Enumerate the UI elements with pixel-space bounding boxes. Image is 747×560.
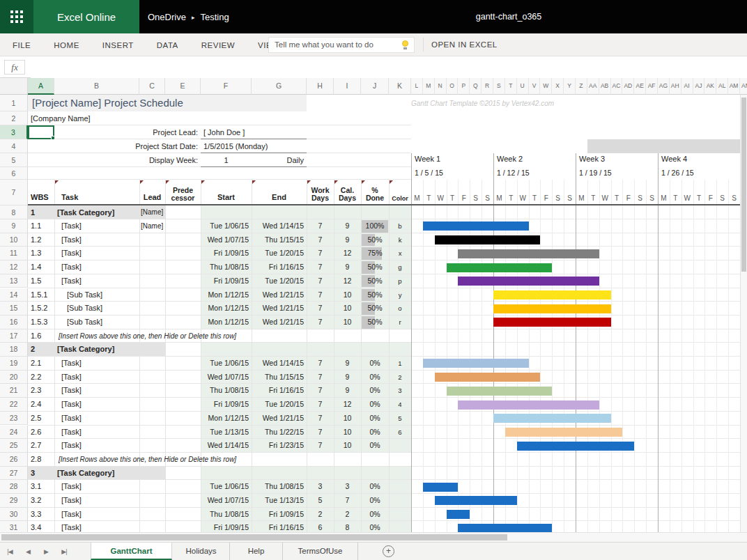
cell-end-r20[interactable]: Thu 1/15/15 (253, 371, 304, 384)
cell-task-r28[interactable]: [Task] (61, 480, 145, 494)
cell-done-r19[interactable]: 0% (361, 357, 389, 371)
cell-wbs-r16[interactable]: 1.5.3 (31, 316, 59, 329)
cell-done-r23[interactable]: 0% (361, 412, 389, 426)
column-header-AG[interactable]: AG (658, 78, 670, 95)
cell-done-r16[interactable]: 50% (361, 316, 389, 329)
column-header-AC[interactable]: AC (611, 78, 623, 95)
add-sheet-button[interactable]: + (383, 545, 394, 557)
cell-workdays-r28[interactable]: 3 (307, 480, 334, 494)
ribbon-tab-insert[interactable]: INSERT (102, 41, 134, 49)
cell-caldays-r9[interactable]: 9 (334, 219, 361, 233)
column-header-AN[interactable]: AN (740, 78, 747, 95)
column-header-H[interactable]: H (307, 78, 334, 95)
row-header-12[interactable]: 12 (0, 260, 28, 274)
row-header-21[interactable]: 21 (0, 384, 28, 398)
column-header-AD[interactable]: AD (622, 78, 634, 95)
meta-value-0[interactable]: [ John Doe ] (203, 125, 315, 139)
column-header-AF[interactable]: AF (646, 78, 658, 95)
cell-start-r15[interactable]: Mon 1/12/15 (202, 302, 249, 316)
row-header-26[interactable]: 26 (0, 453, 28, 467)
cell-color-code-r20[interactable]: 2 (389, 371, 411, 384)
row-header-11[interactable]: 11 (0, 247, 28, 260)
document-title[interactable]: gantt-chart_o365 (439, 0, 578, 33)
column-header-P[interactable]: P (458, 78, 470, 95)
cell-end-r9[interactable]: Wed 1/14/15 (253, 219, 304, 233)
column-header-G[interactable]: G (252, 78, 307, 95)
next-sheet-button[interactable]: ▶ (39, 543, 53, 560)
cell-color-code-r9[interactable]: b (389, 219, 411, 233)
cell-caldays-r23[interactable]: 10 (334, 412, 361, 426)
column-header-E[interactable]: E (165, 78, 201, 95)
row-header-19[interactable]: 19 (0, 357, 28, 371)
row-header-10[interactable]: 10 (0, 233, 28, 247)
cell-workdays-r25[interactable]: 7 (307, 439, 334, 453)
cell-wbs-r17[interactable]: 1.6 (31, 329, 59, 343)
cell-wbs-r10[interactable]: 1.2 (31, 233, 59, 247)
cell-caldays-r28[interactable]: 3 (334, 480, 361, 494)
cell-workdays-r22[interactable]: 7 (307, 398, 334, 412)
cell-workdays-r11[interactable]: 7 (307, 247, 334, 260)
cell-end-r15[interactable]: Wed 1/21/15 (253, 302, 304, 316)
column-header-AL[interactable]: AL (716, 78, 728, 95)
cell-caldays-r31[interactable]: 8 (334, 521, 361, 532)
row-header-25[interactable]: 25 (0, 439, 28, 453)
cell-wbs-r26[interactable]: 2.8 (31, 453, 59, 467)
prev-sheet-button[interactable]: ◀ (21, 543, 35, 560)
worksheet-grid[interactable]: 1234567891011121314151617181920212223242… (0, 95, 747, 532)
cell-color-code-r21[interactable]: 3 (389, 384, 411, 398)
cell-wbs-r18[interactable]: 2 (31, 343, 59, 357)
cell-caldays-r21[interactable]: 9 (334, 384, 361, 398)
ribbon-tab-review[interactable]: REVIEW (201, 41, 235, 49)
column-header-AI[interactable]: AI (681, 78, 693, 95)
cell-caldays-r14[interactable]: 10 (334, 288, 361, 302)
cell-color-code-r12[interactable]: g (389, 260, 411, 274)
last-sheet-button[interactable]: ▶| (57, 543, 71, 560)
cell-task-r31[interactable]: [Task] (61, 521, 145, 532)
formula-bar-input[interactable] (31, 56, 747, 78)
row-header-31[interactable]: 31 (0, 521, 28, 532)
cell-lead-r8[interactable]: [Name] (141, 205, 169, 219)
cell-start-r31[interactable]: Fri 1/09/15 (202, 521, 249, 532)
cell-caldays-r10[interactable]: 9 (334, 233, 361, 247)
breadcrumb-folder[interactable]: Testing (200, 12, 229, 22)
cell-start-r21[interactable]: Thu 1/08/15 (202, 384, 249, 398)
cell-done-r31[interactable]: 0% (361, 521, 389, 532)
cell-end-r12[interactable]: Fri 1/16/15 (253, 260, 304, 274)
excel-online-brand[interactable]: Excel Online (33, 0, 139, 33)
cell-wbs-r25[interactable]: 2.7 (31, 439, 59, 453)
cell-color-code-r24[interactable]: 6 (389, 426, 411, 440)
column-header-AE[interactable]: AE (634, 78, 646, 95)
company-name[interactable]: [Company Name] (31, 111, 170, 125)
cell-wbs-r8[interactable]: 1 (31, 205, 59, 219)
cell-color-code-r23[interactable]: 5 (389, 412, 411, 426)
cell-note-r26[interactable]: [Insert Rows above this one, then Hide o… (59, 453, 365, 467)
cell-workdays-r16[interactable]: 7 (307, 316, 334, 329)
row-header-22[interactable]: 22 (0, 398, 28, 412)
cell-workdays-r31[interactable]: 6 (307, 521, 334, 532)
column-header-AH[interactable]: AH (670, 78, 681, 95)
cell-end-r13[interactable]: Tue 1/20/15 (253, 274, 304, 288)
column-header-K[interactable]: K (389, 78, 411, 95)
column-header-R[interactable]: R (482, 78, 493, 95)
cell-workdays-r12[interactable]: 7 (307, 260, 334, 274)
cell-workdays-r23[interactable]: 7 (307, 412, 334, 426)
sheet-tab-ganttchart[interactable]: GanttChart (91, 543, 172, 560)
cell-done-r25[interactable]: 0% (361, 439, 389, 453)
column-header-X[interactable]: X (552, 78, 564, 95)
ribbon-tab-data[interactable]: DATA (157, 41, 178, 49)
cell-workdays-r21[interactable]: 7 (307, 384, 334, 398)
cell-caldays-r12[interactable]: 9 (334, 260, 361, 274)
horizontal-scrollbar[interactable] (0, 532, 747, 542)
row-header-30[interactable]: 30 (0, 508, 28, 522)
cell-done-r11[interactable]: 75% (361, 247, 389, 260)
column-header-Y[interactable]: Y (564, 78, 576, 95)
row-header-8[interactable]: 8 (0, 205, 28, 219)
cell-end-r29[interactable]: Tue 1/13/15 (253, 494, 304, 508)
cell-wbs-r19[interactable]: 2.1 (31, 357, 59, 371)
column-header-AM[interactable]: AM (728, 78, 740, 95)
cell-caldays-r29[interactable]: 7 (334, 494, 361, 508)
cell-done-r28[interactable]: 0% (361, 480, 389, 494)
cell-end-r28[interactable]: Thu 1/08/15 (253, 480, 304, 494)
row-header-4[interactable]: 4 (0, 139, 28, 153)
cell-caldays-r15[interactable]: 10 (334, 302, 361, 316)
